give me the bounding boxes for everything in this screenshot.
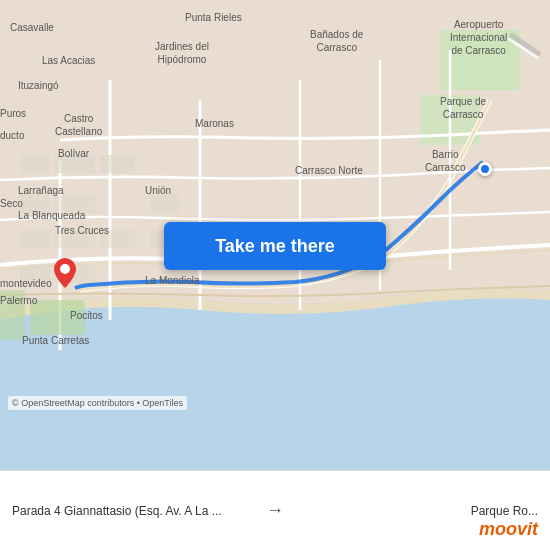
label-ituzaingo: Ituzaingó — [18, 80, 59, 91]
label-blanqueada: La Blanqueada — [18, 210, 85, 221]
map-container: Casavalle Punta Rieles Las Acacias Jardi… — [0, 0, 550, 470]
label-puros: Puros — [0, 108, 26, 119]
moovit-logo-text: moovit — [479, 519, 538, 540]
moovit-logo: moovit — [469, 519, 538, 540]
svg-rect-3 — [20, 155, 50, 173]
label-las-acacias: Las Acacias — [42, 55, 95, 66]
label-banados: Bañados deCarrasco — [310, 28, 363, 54]
label-barrio-carrasco: BarrioCarrasco — [425, 148, 466, 174]
label-punta-rieles: Punta Rieles — [185, 12, 242, 23]
label-parque-carrasco: Parque deCarrasco — [440, 95, 486, 121]
to-location: Parque Ro... — [292, 504, 538, 518]
arrow-icon: → — [266, 500, 284, 521]
take-me-there-button[interactable]: Take me there — [164, 222, 386, 270]
svg-rect-8 — [20, 230, 50, 248]
label-montevideo: montevideo — [0, 278, 52, 289]
label-palermo: Palermo — [0, 295, 37, 306]
bottom-bar: Parada 4 Giannattasio (Esq. Av. A La ...… — [0, 470, 550, 550]
map-attribution: © OpenStreetMap contributors • OpenTiles — [8, 396, 187, 410]
label-union: Unión — [145, 185, 171, 196]
from-location: Parada 4 Giannattasio (Esq. Av. A La ... — [12, 504, 258, 518]
label-casavalle: Casavalle — [10, 22, 54, 33]
label-castro: CastroCastellano — [55, 112, 102, 138]
svg-point-17 — [60, 264, 70, 274]
label-bolivar: Bolívar — [58, 148, 89, 159]
label-carrasco-norte: Carrasco Norte — [295, 165, 363, 176]
svg-rect-5 — [100, 155, 135, 173]
label-larrañaga: Larrañaga — [18, 185, 64, 196]
label-maronas: Maronas — [195, 118, 234, 129]
origin-marker — [478, 162, 492, 176]
svg-rect-11 — [150, 195, 180, 213]
destination-marker — [54, 258, 76, 292]
label-reducto: ducto — [0, 130, 24, 141]
label-pocitos: Pocitos — [70, 310, 103, 321]
label-seco: Seco — [0, 198, 23, 209]
label-jardines: Jardines delHipódromo — [155, 40, 209, 66]
label-aeropuerto: AeropuertoInternacionalde Carrasco — [450, 18, 507, 57]
label-mondiola: La Mondiola — [145, 275, 199, 286]
label-punta-carretas: Punta Carretas — [22, 335, 89, 346]
label-tres-cruces: Tres Cruces — [55, 225, 109, 236]
